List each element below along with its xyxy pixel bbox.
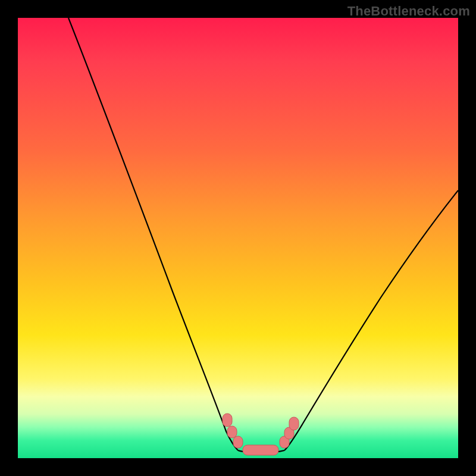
marker (233, 436, 243, 448)
plot-area (18, 18, 458, 458)
marker (223, 414, 232, 427)
marker-group (223, 414, 299, 455)
curve-layer (18, 18, 458, 458)
chart-frame: TheBottleneck.com (0, 0, 476, 476)
marker (227, 426, 237, 438)
left-curve (68, 18, 238, 450)
watermark-text: TheBottleneck.com (347, 4, 470, 19)
marker (289, 417, 299, 430)
marker (243, 445, 278, 455)
right-curve (284, 190, 458, 450)
